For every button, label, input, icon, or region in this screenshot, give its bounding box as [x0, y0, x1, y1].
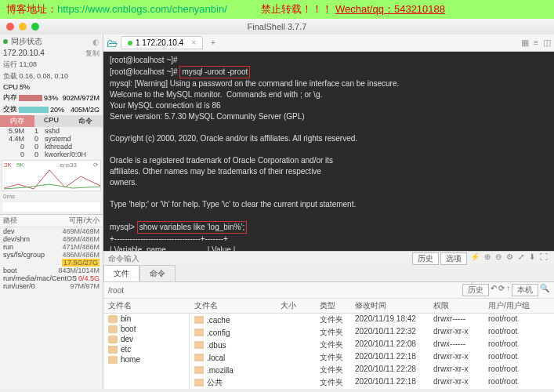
- process-table: 5.9M1sshd4.4M0systemd00kthreadd00kworker…: [0, 127, 103, 158]
- file-pathbar: /root 历史 ↶ ⟳ ↑ 本机 🔍: [103, 282, 554, 298]
- file-row[interactable]: .local文件夹2020/10/11 22:18drwxr-xr-xroot/…: [190, 351, 554, 364]
- window-title: FinalShell 3.7.7: [0, 22, 554, 31]
- fold-icon[interactable]: ⤢: [516, 252, 526, 265]
- file-row[interactable]: .dbus文件夹2020/10/11 22:08drwx------root/r…: [190, 339, 554, 351]
- folder-icon: [108, 356, 118, 364]
- history-button[interactable]: 历史: [462, 284, 489, 296]
- dir-item[interactable]: dev: [103, 334, 189, 344]
- folder-icon: [194, 341, 204, 349]
- close-tab-icon[interactable]: ×: [191, 38, 196, 47]
- down-icon[interactable]: ⬇: [527, 252, 537, 265]
- folder-icon: [194, 379, 204, 387]
- current-path[interactable]: /root: [108, 286, 124, 295]
- folder-icon: [194, 366, 204, 374]
- folder-icon: [194, 328, 204, 336]
- latency-spark: [2, 201, 101, 212]
- tab-cmd[interactable]: 命令: [68, 115, 103, 127]
- file-row[interactable]: .cache文件夹2020/11/19 18:42drwxr-----root/…: [190, 314, 554, 326]
- tab-cpu[interactable]: CPU: [34, 115, 69, 127]
- sync-status-icon: ◐: [92, 38, 100, 46]
- blog-link[interactable]: https://www.cnblogs.com/chenyanbin/: [57, 3, 227, 15]
- expand-icon[interactable]: ⛶: [538, 252, 549, 265]
- file-row[interactable]: 公共文件夹2020/10/11 22:18drwxr-xr-xroot/root: [190, 376, 554, 389]
- gear-icon[interactable]: ⚙: [505, 252, 515, 265]
- disk-paths: dev469M/469Mdev/shm486M/486Mrun471M/486M…: [0, 227, 103, 290]
- folder-icon: [108, 315, 118, 323]
- folder-icon: [108, 325, 118, 333]
- session-tab[interactable]: 1 172.20.10.4×: [121, 36, 203, 49]
- file-columns: 文件名 文件名 大小 类型 修改时间 权限 用户/用户组: [103, 298, 554, 314]
- file-row[interactable]: .mozilla文件夹2020/10/11 22:28drwxr-xr-xroo…: [190, 364, 554, 376]
- up-icon[interactable]: ↑: [506, 284, 510, 296]
- folder-icon: [194, 354, 204, 361]
- window-titlebar: FinalShell 3.7.7: [0, 19, 554, 34]
- highlight-box: show variables like 'log_bin%';: [137, 221, 247, 234]
- refresh-icon[interactable]: ⟳: [498, 284, 505, 296]
- host-ip: 172.20.10.4: [3, 49, 45, 59]
- copy-button[interactable]: 复制: [85, 49, 100, 59]
- network-chart: 3K 5K ens33 ⟳: [2, 160, 101, 191]
- session-tabbar: 🗁 1 172.20.10.4× + ▦≡◫: [103, 34, 554, 52]
- local-button[interactable]: 本机: [512, 284, 538, 296]
- dir-item[interactable]: bin: [103, 314, 189, 324]
- history-button[interactable]: 历史: [412, 252, 439, 265]
- cmd-input-hint[interactable]: 命令输入: [108, 253, 139, 264]
- list-icon[interactable]: ≡: [534, 38, 538, 48]
- layout-icon[interactable]: ◫: [543, 38, 551, 48]
- highlight-box: mysql -uroot -proot: [179, 66, 250, 78]
- status-dot-icon: [3, 39, 8, 44]
- file-table[interactable]: .cache文件夹2020/11/19 18:42drwxr-----root/…: [190, 314, 554, 389]
- terminal[interactable]: [root@localhost ~]# [root@localhost ~]# …: [103, 52, 554, 251]
- folder-icon[interactable]: 🗁: [107, 37, 118, 49]
- terminal-toolbar: 命令输入 历史 选项 ⚡ ⊕ ⊖ ⚙ ⤢ ⬇ ⛶: [103, 251, 554, 265]
- watermark-banner: 博客地址：https://www.cnblogs.com/chenyanbin/…: [0, 0, 554, 19]
- dir-item[interactable]: home: [103, 354, 189, 365]
- zoom-in-icon[interactable]: ⊕: [483, 252, 492, 265]
- back-icon[interactable]: ↶: [491, 284, 497, 296]
- dir-item[interactable]: etc: [103, 344, 189, 354]
- status-dot-icon: [128, 41, 132, 45]
- flash-icon[interactable]: ⚡: [469, 252, 481, 265]
- folder-icon: [194, 316, 204, 324]
- dir-item[interactable]: boot: [103, 324, 189, 334]
- folder-icon: [108, 346, 118, 354]
- zoom-out-icon[interactable]: ⊖: [494, 252, 503, 265]
- options-button[interactable]: 选项: [440, 252, 467, 265]
- tab-commands[interactable]: 命令: [139, 265, 176, 281]
- dir-tree[interactable]: binbootdevetchome: [103, 314, 190, 389]
- add-tab-button[interactable]: +: [206, 38, 220, 47]
- file-row[interactable]: .config文件夹2020/10/11 22:32drwxr-xr-xroot…: [190, 326, 554, 339]
- sidebar: 同步状态◐ 172.20.10.4复制 运行 11:08 负载 0.16, 0.…: [0, 34, 103, 389]
- tab-memory[interactable]: 内存: [0, 115, 34, 127]
- search-icon[interactable]: 🔍: [540, 284, 549, 296]
- tab-files[interactable]: 文件: [103, 265, 139, 281]
- folder-icon: [108, 336, 118, 343]
- grid-icon[interactable]: ▦: [521, 38, 529, 48]
